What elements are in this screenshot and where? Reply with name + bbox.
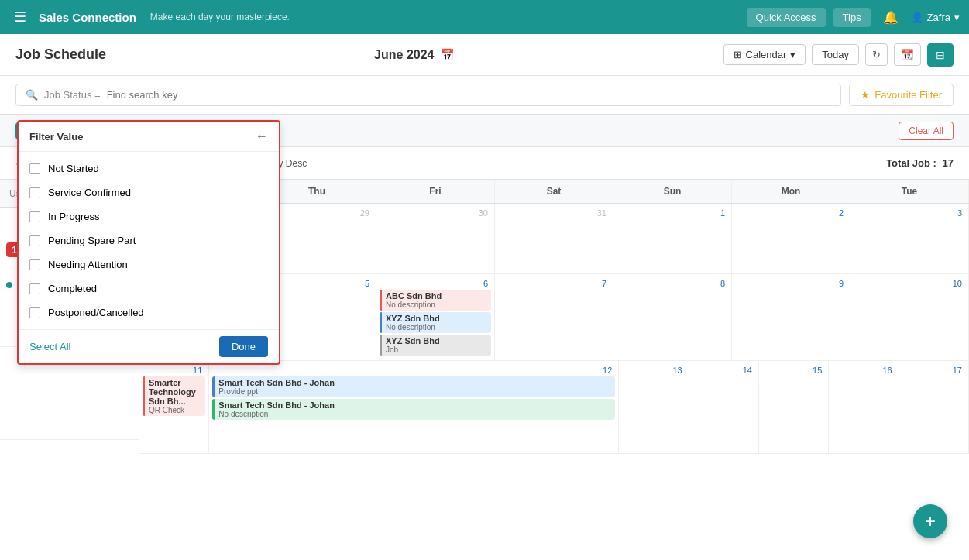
menu-icon[interactable]: ☰ bbox=[9, 5, 31, 29]
filter-option-in-progress[interactable]: In Progress bbox=[19, 204, 279, 228]
filter-option-not-started[interactable]: Not Started bbox=[19, 156, 279, 180]
funnel-icon: ⊟ bbox=[936, 49, 945, 61]
app-tagline: Make each day your masterpiece. bbox=[150, 12, 290, 22]
checkbox-postponed[interactable] bbox=[29, 307, 40, 318]
calendar-date-icon[interactable]: 📆 bbox=[894, 43, 921, 66]
filter-label-not-started: Not Started bbox=[48, 163, 99, 174]
filter-panel-back-button[interactable]: ← bbox=[256, 129, 268, 143]
filter-label-completed: Completed bbox=[48, 283, 97, 294]
event-smart-tech-1[interactable]: Smart Tech Sdn Bhd - Johan Provide ppt bbox=[212, 376, 615, 397]
user-avatar-icon: 👤 bbox=[911, 12, 923, 23]
filter-label-needing-attention: Needing Attention bbox=[48, 259, 128, 270]
total-job: Total Job : 17 bbox=[886, 157, 954, 169]
checkbox-pending-spare-part[interactable] bbox=[29, 235, 40, 246]
event-smarter-tech[interactable]: Smarter Technology Sdn Bh... QR Check bbox=[143, 376, 205, 416]
select-all-button[interactable]: Select All bbox=[29, 341, 70, 352]
event-smart-tech-2[interactable]: Smart Tech Sdn Bhd - Johan No descriptio… bbox=[212, 399, 615, 420]
date-7: 7 bbox=[498, 277, 610, 290]
date-3: 3 bbox=[854, 207, 965, 219]
checkbox-in-progress[interactable] bbox=[29, 211, 40, 222]
checkbox-needing-attention[interactable] bbox=[29, 259, 40, 270]
calendar-view-button[interactable]: ⊞ Calendar ▾ bbox=[723, 44, 806, 65]
event-abc-name: ABC Sdn Bhd bbox=[386, 291, 487, 301]
favourite-label: Favourite Filter bbox=[875, 89, 942, 101]
cal-cell-15: 15 bbox=[759, 361, 829, 453]
day-header-mon: Mon bbox=[732, 180, 850, 203]
page-header: Job Schedule June 2024 📅 ⊞ Calendar ▾ To… bbox=[0, 34, 969, 76]
date-15: 15 bbox=[762, 364, 825, 376]
event-xyz1-name: XYZ Sdn Bhd bbox=[386, 314, 487, 323]
event-smarter-desc: QR Check bbox=[149, 406, 201, 414]
event-smarttech1-desc: Provide ppt bbox=[218, 387, 611, 396]
checkbox-not-started[interactable] bbox=[29, 163, 40, 174]
date-14: 14 bbox=[692, 364, 755, 376]
event-smarttech2-name: Smart Tech Sdn Bhd - Johan bbox=[218, 400, 611, 410]
cal-cell-14: 14 bbox=[689, 361, 759, 453]
search-bar: 🔍 Job Status = ★ Favourite Filter bbox=[0, 76, 969, 115]
total-job-label: Total Job : bbox=[886, 157, 936, 169]
filter-option-pending-spare-part[interactable]: Pending Spare Part bbox=[19, 228, 279, 253]
event-xyz-sdn-bhd-1[interactable]: XYZ Sdn Bhd No description bbox=[380, 312, 491, 333]
date-12: 12 bbox=[212, 364, 615, 376]
refresh-icon[interactable]: ↻ bbox=[865, 43, 888, 66]
tips-button[interactable]: Tips bbox=[833, 8, 871, 27]
event-abc-desc: No description bbox=[386, 301, 487, 309]
cal-cell-13: 13 bbox=[619, 361, 689, 453]
cal-cell-8: 8 bbox=[613, 274, 732, 360]
filter-panel: Filter Value ← Not Started Service Confi… bbox=[17, 120, 280, 365]
notification-icon[interactable]: 🔔 bbox=[878, 7, 903, 28]
quick-access-button[interactable]: Quick Access bbox=[747, 8, 826, 27]
date-17: 17 bbox=[902, 364, 965, 376]
user-name: Zafra bbox=[927, 12, 950, 23]
filter-option-completed[interactable]: Completed bbox=[19, 277, 279, 301]
current-month[interactable]: June 2024 bbox=[374, 48, 434, 62]
checkbox-service-confirmed[interactable] bbox=[29, 187, 40, 198]
app-name: Sales Connection bbox=[39, 11, 136, 24]
cal-cell-11[interactable]: 11 Smarter Technology Sdn Bh... QR Check bbox=[139, 361, 209, 453]
filter-icon[interactable]: ⊟ bbox=[927, 43, 954, 67]
cal-cell-30: 30 bbox=[376, 204, 495, 273]
top-navigation: ☰ Sales Connection Make each day your ma… bbox=[0, 0, 969, 34]
search-input[interactable] bbox=[107, 89, 832, 101]
event-xyz-sdn-bhd-2[interactable]: XYZ Sdn Bhd Job bbox=[380, 335, 491, 356]
cal-cell-9: 9 bbox=[732, 274, 850, 360]
done-button[interactable]: Done bbox=[219, 336, 268, 357]
date-1: 1 bbox=[617, 207, 728, 219]
checkbox-completed[interactable] bbox=[29, 283, 40, 294]
search-icon: 🔍 bbox=[26, 89, 38, 101]
date-30: 30 bbox=[380, 207, 491, 219]
event-abc-sdn-bhd[interactable]: ABC Sdn Bhd No description bbox=[380, 290, 491, 311]
app-logo: Sales Connection bbox=[39, 11, 136, 24]
event-smarttech1-name: Smart Tech Sdn Bhd - Johan bbox=[218, 378, 611, 387]
today-button[interactable]: Today bbox=[812, 44, 859, 65]
day-header-sat: Sat bbox=[495, 180, 613, 203]
filter-option-needing-attention[interactable]: Needing Attention bbox=[19, 253, 279, 277]
filter-label-service-confirmed: Service Confirmed bbox=[48, 187, 131, 198]
filter-options-list: Not Started Service Confirmed In Progres… bbox=[19, 152, 279, 329]
calendar-icon[interactable]: 📅 bbox=[440, 48, 455, 62]
date-9: 9 bbox=[735, 277, 847, 290]
event-smarttech2-desc: No description bbox=[218, 410, 611, 418]
clear-all-button[interactable]: Clear All bbox=[899, 122, 954, 140]
month-navigation: June 2024 📅 bbox=[374, 48, 455, 62]
cal-cell-31: 31 bbox=[495, 204, 613, 273]
filter-option-postponed[interactable]: Postponed/Cancelled bbox=[19, 301, 279, 325]
cal-cell-6[interactable]: 6 ABC Sdn Bhd No description XYZ Sdn Bhd… bbox=[376, 274, 495, 360]
cal-cell-12[interactable]: 12 Smart Tech Sdn Bhd - Johan Provide pp… bbox=[209, 361, 619, 453]
user-menu[interactable]: 👤 Zafra ▾ bbox=[911, 12, 960, 23]
date-31: 31 bbox=[498, 207, 610, 219]
filter-panel-title: Filter Value bbox=[29, 131, 83, 143]
cal-cell-10: 10 bbox=[850, 274, 969, 360]
user-dot-icon bbox=[6, 282, 12, 288]
filter-option-service-confirmed[interactable]: Service Confirmed bbox=[19, 180, 279, 204]
calendar-view-icon: ⊞ bbox=[734, 49, 742, 60]
event-xyz1-desc: No description bbox=[386, 323, 487, 332]
add-fab-button[interactable]: + bbox=[913, 504, 947, 538]
calendar-week-3: 11 Smarter Technology Sdn Bh... QR Check… bbox=[139, 361, 969, 454]
cal-cell-2: 2 bbox=[732, 204, 850, 273]
header-actions: ⊞ Calendar ▾ Today ↻ 📆 ⊟ bbox=[723, 43, 954, 67]
filter-label-postponed: Postponed/Cancelled bbox=[48, 307, 144, 318]
filter-panel-header: Filter Value ← bbox=[19, 122, 279, 152]
filter-panel-footer: Select All Done bbox=[19, 329, 279, 363]
favourite-filter-button[interactable]: ★ Favourite Filter bbox=[849, 84, 954, 106]
